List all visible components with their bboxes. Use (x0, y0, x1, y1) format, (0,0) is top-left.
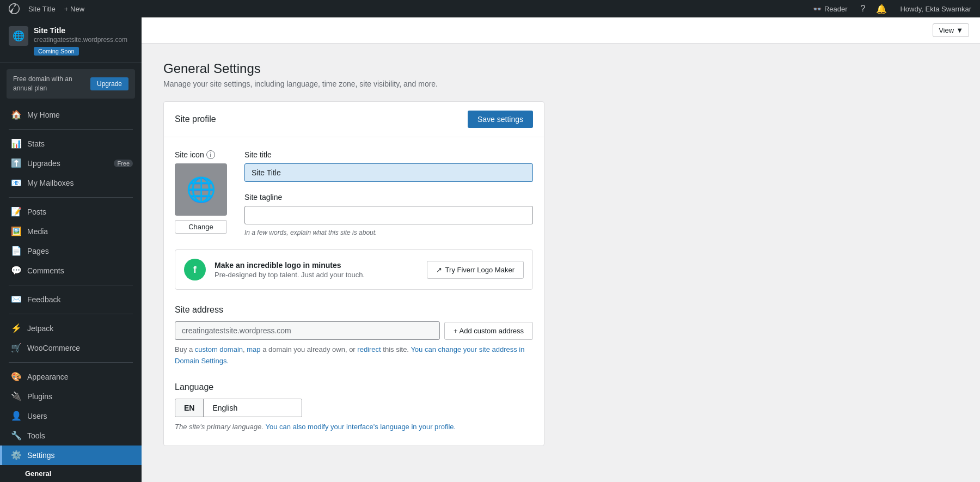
sidebar: 🌐 Site Title creatingatestsite.wordpress… (0, 17, 142, 482)
sidebar-item-stats[interactable]: 📊 Stats (0, 134, 142, 154)
reader-button[interactable]: 👓 Reader (808, 0, 852, 17)
submenu-item-general[interactable]: General (25, 467, 142, 480)
sidebar-item-label: Media (27, 227, 48, 236)
site-icon-info-icon[interactable]: i (206, 150, 215, 159)
sidebar-item-comments[interactable]: 💬 Comments (0, 261, 142, 280)
sidebar-item-jetpack[interactable]: ⚡ Jetpack (0, 319, 142, 338)
change-icon-button[interactable]: Change (175, 220, 227, 234)
fiverr-button[interactable]: ↗ Try Fiverr Logo Maker (427, 261, 524, 279)
fiverr-title: Make an incredible logo in minutes (215, 261, 418, 270)
profile-language-link[interactable]: You can also modify your interface's lan… (266, 423, 456, 431)
appearance-icon: 🎨 (11, 371, 22, 382)
fiverr-subtitle: Pre-designed by top talent. Just add you… (215, 271, 418, 279)
site-address-input[interactable] (175, 321, 440, 340)
admin-bar-site-title[interactable]: Site Title (24, 0, 60, 17)
site-fields: Site title Site tagline In a few words, … (244, 150, 533, 236)
site-title-label: Site title (244, 150, 533, 159)
admin-bar-right: 👓 Reader ? 🔔 Howdy, Ekta Swarnkar (808, 0, 976, 17)
language-selector[interactable]: EN English (175, 399, 302, 417)
wp-logo-item[interactable] (4, 0, 24, 17)
home-icon: 🏠 (11, 109, 22, 120)
woocommerce-icon: 🛒 (11, 343, 22, 353)
sidebar-item-appearance[interactable]: 🎨 Appearance (0, 367, 142, 387)
admin-bar-left: Site Title + New (4, 0, 808, 17)
sidebar-item-label: My Mailboxes (27, 179, 74, 187)
pages-icon: 📄 (11, 246, 22, 257)
jetpack-icon: ⚡ (11, 323, 22, 334)
sidebar-item-my-mailboxes[interactable]: 📧 My Mailboxes (0, 173, 142, 193)
page-body: General Settings Manage your site settin… (142, 44, 980, 482)
mailboxes-icon: 📧 (11, 178, 22, 188)
page-title: General Settings (163, 61, 958, 76)
fiverr-banner: f Make an incredible logo in minutes Pre… (175, 249, 533, 290)
card-header-title: Site profile (175, 114, 216, 124)
media-icon: 🖼️ (11, 226, 22, 237)
sidebar-item-pages[interactable]: 📄 Pages (0, 241, 142, 261)
upgrade-button[interactable]: Upgrade (90, 77, 128, 90)
site-address-section-title: Site address (175, 305, 533, 315)
nav-separator-3 (9, 285, 133, 285)
custom-domain-link[interactable]: custom domain (195, 345, 243, 353)
sidebar-item-label: Appearance (27, 373, 69, 381)
sidebar-item-users[interactable]: 👤 Users (0, 406, 142, 426)
sidebar-item-woocommerce[interactable]: 🛒 WooCommerce (0, 338, 142, 358)
sidebar-site-name: Site Title (34, 26, 133, 35)
help-icon[interactable]: ? (859, 4, 868, 14)
upgrade-text: Free domain with an annual plan (13, 75, 86, 93)
wp-logo-icon (9, 3, 20, 14)
view-label: View (939, 26, 954, 34)
sidebar-item-upgrades[interactable]: ⬆️ Upgrades Free (0, 154, 142, 173)
lang-code: EN (175, 399, 204, 417)
sidebar-item-media[interactable]: 🖼️ Media (0, 222, 142, 241)
view-button[interactable]: View ▼ (933, 23, 969, 37)
map-link[interactable]: map (247, 345, 260, 353)
fiverr-btn-label: Try Fiverr Logo Maker (445, 266, 514, 274)
site-icon-preview: 🌐 (175, 163, 227, 216)
settings-submenu: General Writing (0, 465, 142, 482)
plugins-icon: 🔌 (11, 391, 22, 402)
sidebar-item-feedback[interactable]: ✉️ Feedback (0, 290, 142, 309)
layout: 🌐 Site Title creatingatestsite.wordpress… (0, 17, 980, 482)
main-topbar: View ▼ (142, 17, 980, 44)
add-address-button[interactable]: + Add custom address (444, 322, 533, 340)
language-note: The site's primary language. You can als… (175, 422, 533, 433)
user-howdy[interactable]: Howdy, Ekta Swarnkar (896, 0, 976, 17)
card-body: Site icon i 🌐 Change (164, 137, 544, 446)
submenu-item-writing[interactable]: Writing (25, 480, 142, 482)
settings-card: Site profile Save settings Site icon i (163, 101, 544, 446)
site-icon-section: Site icon i 🌐 Change (175, 150, 227, 234)
sidebar-item-label: Plugins (27, 392, 52, 401)
fiverr-text: Make an incredible logo in minutes Pre-d… (215, 261, 418, 279)
site-title-input[interactable] (244, 163, 533, 182)
admin-bar-new[interactable]: + New (60, 0, 89, 17)
sidebar-item-label: Upgrades (27, 159, 60, 168)
page-subtitle: Manage your site settings, including lan… (163, 80, 958, 88)
card-header: Site profile Save settings (164, 102, 544, 137)
nav-separator-1 (9, 129, 133, 130)
sidebar-site-url: creatingatestsite.wordpress.com (34, 36, 133, 44)
sidebar-item-label: My Home (27, 111, 60, 119)
language-section-title: Language (175, 382, 533, 392)
site-tagline-input[interactable] (244, 206, 533, 224)
sidebar-item-label: Tools (27, 431, 45, 440)
settings-icon: ⚙️ (11, 450, 22, 461)
fiverr-logo: f (184, 259, 206, 280)
sidebar-item-label: Users (27, 412, 47, 420)
sidebar-item-tools[interactable]: 🔧 Tools (0, 426, 142, 446)
sidebar-item-label: Posts (27, 208, 46, 216)
sidebar-item-settings[interactable]: ⚙️ Settings (0, 446, 142, 465)
notifications-icon[interactable]: 🔔 (874, 4, 889, 14)
nav-separator-2 (9, 197, 133, 198)
sidebar-item-my-home[interactable]: 🏠 My Home (0, 105, 142, 125)
site-profile-grid: Site icon i 🌐 Change (175, 150, 533, 236)
sidebar-nav: 🏠 My Home 📊 Stats ⬆️ Upgrades Free 📧 My … (0, 105, 142, 482)
sidebar-item-label: Feedback (27, 295, 60, 304)
main-content: View ▼ General Settings Manage your site… (142, 17, 980, 482)
tools-icon: 🔧 (11, 430, 22, 441)
sidebar-item-posts[interactable]: 📝 Posts (0, 202, 142, 222)
save-settings-button[interactable]: Save settings (468, 111, 533, 128)
coming-soon-badge[interactable]: Coming Soon (34, 47, 79, 56)
redirect-link[interactable]: redirect (357, 345, 381, 353)
sidebar-item-plugins[interactable]: 🔌 Plugins (0, 387, 142, 406)
posts-icon: 📝 (11, 206, 22, 217)
